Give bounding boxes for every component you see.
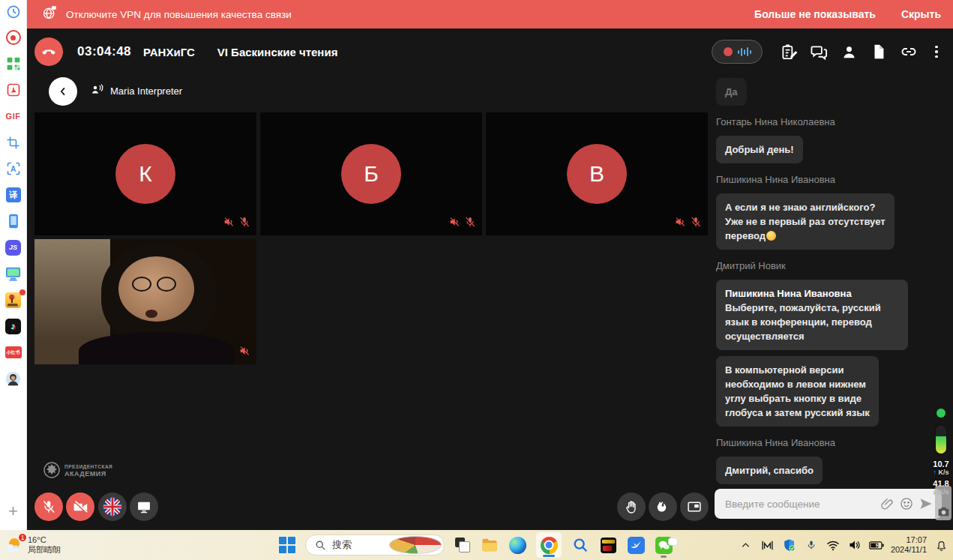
start-button[interactable] [279, 537, 295, 553]
participant-tile[interactable]: В [486, 112, 708, 235]
bird-app-icon[interactable] [627, 536, 645, 554]
meeting-header: 03:04:48 РАНХиГС VI Баскинские чтения [27, 28, 953, 75]
running-app-indicator [661, 556, 667, 558]
academy-watermark: ПРЕЗИДЕНТСКАЯ АКАДЕМИЯ [43, 461, 112, 482]
chat-bubble: А если я не знаю английского? Уже не в п… [725, 202, 886, 241]
edge-browser-icon[interactable] [508, 536, 526, 554]
chat-button[interactable] [809, 42, 829, 61]
taskbar-center: 搜索 [279, 530, 673, 560]
search-app-icon[interactable] [571, 536, 589, 554]
vpn-banner-text: Отключите VPN для повышения качества свя… [66, 9, 292, 20]
mic-muted-icon [690, 216, 702, 231]
participant-tile[interactable]: К [34, 112, 256, 235]
phone-mirror-icon[interactable] [4, 213, 22, 229]
screen-share-button[interactable] [130, 493, 158, 521]
chat-panel: Да Гонтарь Нина Николаевна Добрый день! … [715, 75, 953, 530]
volume-icon[interactable] [847, 538, 862, 553]
meeting-title: VI Баскинские чтения [217, 46, 338, 58]
utility-rail: GIF A 译 JS ♪ 小红书 + [0, 0, 27, 530]
language-flag-button[interactable] [98, 493, 127, 521]
mic-muted-icon [464, 216, 476, 231]
notification-dot [19, 289, 25, 295]
gif-tool-icon[interactable]: GIF [4, 108, 22, 124]
raise-hand-button[interactable] [617, 493, 646, 521]
windows-taskbar: 1 16°C 局部晴朗 搜索 [0, 530, 953, 560]
weather-temp: 16°C [28, 535, 61, 545]
chat-bubble: Да [716, 78, 747, 106]
participant-avatar: К [115, 144, 175, 204]
back-button[interactable] [49, 77, 77, 106]
tray-date: 2024/11/1 [891, 545, 927, 555]
speaker-muted-icon [238, 345, 250, 360]
reactions-button[interactable] [649, 493, 677, 521]
wifi-icon[interactable] [826, 538, 841, 553]
participant-tile[interactable]: Б [260, 112, 482, 235]
translate-tool-icon[interactable]: 译 [4, 187, 22, 203]
wechat-popup-bubble [668, 538, 678, 546]
tray-time: 17:07 [906, 535, 927, 545]
tray-mic-icon[interactable] [804, 538, 819, 553]
weather-icon: 1 [4, 535, 23, 555]
user-avatar[interactable] [4, 370, 22, 387]
picture-in-picture-button[interactable] [680, 493, 709, 521]
tray-clock[interactable]: 17:07 2024/11/1 [891, 535, 927, 555]
battery-icon[interactable] [869, 538, 884, 553]
participants-button[interactable] [839, 42, 859, 61]
copy-link-button[interactable] [899, 42, 919, 61]
chat-quote-author: Пишикина Нина Ивановна [725, 288, 852, 299]
chat-bubble: Дмитрий, спасибо [716, 457, 823, 484]
active-app-indicator [543, 555, 555, 557]
audio-waveform-icon [738, 47, 751, 56]
pdf-tool-icon[interactable] [4, 82, 22, 98]
xiaohongshu-icon[interactable]: 小红书 [4, 344, 22, 361]
windows-security-icon[interactable] [782, 538, 797, 553]
recording-indicator[interactable] [712, 40, 763, 64]
documents-button[interactable] [869, 42, 889, 61]
weather-widget[interactable]: 1 16°C 局部晴朗 [4, 535, 61, 555]
tray-app-icon[interactable] [760, 538, 775, 553]
interpreter-voice-icon [91, 84, 104, 98]
file-explorer-icon[interactable] [481, 536, 499, 554]
clock-tool-icon[interactable] [4, 3, 22, 19]
task-view-button[interactable] [454, 537, 471, 553]
wechat-icon[interactable] [655, 536, 673, 554]
chat-bubble: Выберите, пожалуйста, русский язык в кон… [725, 302, 881, 342]
dont-show-again-button[interactable]: Больше не показывать [754, 8, 876, 20]
academy-emblem-icon [43, 461, 61, 482]
mic-toggle-button[interactable] [34, 493, 63, 521]
notes-button[interactable] [779, 42, 799, 61]
attach-file-button[interactable] [877, 494, 897, 514]
notifications-bell-icon[interactable] [934, 538, 949, 553]
record-tool-icon[interactable] [4, 29, 22, 46]
chat-sender: Дмитрий Новик [716, 260, 941, 271]
interpreter-label-row: Maria Interpreter [91, 84, 182, 98]
network-monitor: 10.7 ↑ K/s 41.8 ↓ K/s [931, 409, 951, 499]
camera-toggle-button[interactable] [66, 493, 94, 521]
more-menu-button[interactable] [929, 46, 944, 58]
hangup-button[interactable] [34, 37, 63, 66]
weather-condition: 局部晴朗 [28, 545, 61, 555]
js-tool-icon[interactable]: JS [4, 239, 22, 256]
hide-banner-button[interactable]: Скрыть [901, 8, 941, 20]
screen: GIF A 译 JS ♪ 小红书 + [0, 0, 953, 560]
chat-bubble: В компьютерной версии необходимо в левом… [716, 356, 879, 427]
video-tile-speaker[interactable] [34, 239, 256, 364]
qr-code-icon[interactable] [4, 55, 22, 72]
taskbar-search[interactable]: 搜索 [305, 535, 445, 556]
add-tool-button[interactable]: + [4, 503, 22, 520]
meeting-timer: 03:04:48 [77, 44, 131, 59]
game-tool-icon[interactable] [4, 292, 22, 308]
screen-cast-icon[interactable] [4, 265, 22, 282]
system-tray: 17:07 2024/11/1 [739, 530, 949, 560]
tray-expand-chevron[interactable] [739, 538, 754, 553]
game-app-icon[interactable] [599, 536, 617, 554]
speaker-muted-icon [223, 216, 235, 231]
tiktok-icon[interactable]: ♪ [4, 318, 22, 334]
screenshot-camera-button[interactable] [935, 486, 952, 520]
ocr-tool-icon[interactable]: A [4, 160, 22, 177]
emoji-button[interactable] [897, 494, 916, 514]
crop-tool-icon[interactable] [4, 134, 22, 151]
chrome-browser-icon[interactable] [536, 532, 562, 558]
weather-badge: 1 [18, 533, 27, 542]
message-input[interactable] [724, 498, 877, 511]
